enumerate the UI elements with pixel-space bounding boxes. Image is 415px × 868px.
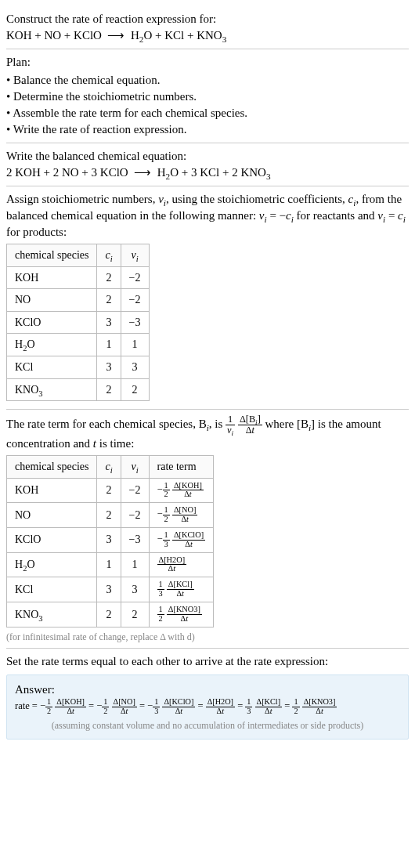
col-c: ci bbox=[97, 455, 121, 478]
cell-c: 2 bbox=[97, 266, 121, 289]
cell-v: 1 bbox=[121, 334, 149, 356]
table-row: KClO3−3−13 Δ[KClO]Δt bbox=[7, 527, 214, 552]
plan-item: Balance the chemical equation. bbox=[6, 72, 409, 89]
prompt-equation: KOH + NO + KClO ⟶ H2O + KCl + KNO3 bbox=[6, 27, 409, 44]
cell-rateterm: −12 Δ[KOH]Δt bbox=[149, 478, 214, 503]
cell-c: 2 bbox=[97, 478, 121, 503]
table-row: KOH2−2−12 Δ[KOH]Δt bbox=[7, 478, 214, 503]
table-header-row: chemical species ci νi bbox=[7, 244, 150, 267]
balanced-title: Write the balanced chemical equation: bbox=[6, 148, 409, 165]
cell-species: KNO3 bbox=[7, 378, 97, 401]
table-row: KClO3−3 bbox=[7, 311, 150, 334]
equalize-title: Set the rate terms equal to each other t… bbox=[6, 653, 409, 670]
cell-species: KClO bbox=[7, 311, 97, 334]
col-rateterm: rate term bbox=[149, 455, 214, 478]
stoich-table: chemical species ci νi KOH2−2 NO2−2 KClO… bbox=[6, 244, 150, 401]
balanced-equation: 2 KOH + 2 NO + 3 KClO ⟶ H2O + 3 KCl + 2 … bbox=[6, 165, 409, 181]
cell-v: −2 bbox=[121, 503, 149, 528]
table-row: H2O11 bbox=[7, 334, 150, 356]
plan-item: Write the rate of reaction expression. bbox=[6, 121, 409, 138]
cell-c: 2 bbox=[97, 289, 121, 312]
cell-c: 3 bbox=[97, 356, 121, 378]
cell-species: KNO3 bbox=[7, 602, 97, 627]
cell-rateterm: 13 Δ[KCl]Δt bbox=[149, 577, 214, 602]
cell-v: −3 bbox=[121, 527, 149, 552]
cell-c: 3 bbox=[97, 577, 121, 602]
cell-v: 3 bbox=[121, 356, 149, 378]
col-v: νi bbox=[121, 244, 149, 267]
answer-expression: rate = −12 Δ[KOH]Δt = −12 Δ[NO]Δt = −13 … bbox=[15, 698, 400, 716]
rateterms-section: The rate term for each chemical species,… bbox=[6, 409, 409, 648]
cell-rateterm: −13 Δ[KClO]Δt bbox=[149, 527, 214, 552]
cell-c: 1 bbox=[97, 334, 121, 356]
cell-species: KClO bbox=[7, 527, 97, 552]
rateterms-table: chemical species ci νi rate term KOH2−2−… bbox=[6, 455, 214, 627]
table-row: KNO32212 Δ[KNO3]Δt bbox=[7, 602, 214, 627]
table-row: H2O11Δ[H2O]Δt bbox=[7, 552, 214, 577]
table-row: NO2−2 bbox=[7, 289, 150, 312]
answer-label: Answer: bbox=[15, 682, 400, 698]
cell-c: 1 bbox=[97, 552, 121, 577]
cell-c: 3 bbox=[97, 311, 121, 334]
table-row: KNO322 bbox=[7, 378, 150, 401]
cell-rateterm: 12 Δ[KNO3]Δt bbox=[149, 602, 214, 627]
col-species: chemical species bbox=[7, 455, 97, 478]
plan-title: Plan: bbox=[6, 54, 409, 71]
cell-v: −2 bbox=[121, 289, 149, 312]
table-row: KOH2−2 bbox=[7, 266, 150, 289]
plan-section: Plan: Balance the chemical equation. Det… bbox=[6, 49, 409, 143]
cell-v: 3 bbox=[121, 577, 149, 602]
cell-species: NO bbox=[7, 503, 97, 528]
cell-c: 2 bbox=[97, 503, 121, 528]
cell-species: KCl bbox=[7, 577, 97, 602]
plan-item: Determine the stoichiometric numbers. bbox=[6, 89, 409, 105]
plan-item: Assemble the rate term for each chemical… bbox=[6, 105, 409, 121]
cell-c: 3 bbox=[97, 527, 121, 552]
cell-v: 1 bbox=[121, 552, 149, 577]
cell-v: −3 bbox=[121, 311, 149, 334]
answer-note: (assuming constant volume and no accumul… bbox=[15, 719, 400, 732]
plan-list: Balance the chemical equation. Determine… bbox=[6, 72, 409, 138]
cell-rateterm: Δ[H2O]Δt bbox=[149, 552, 214, 577]
answer-box: Answer: rate = −12 Δ[KOH]Δt = −12 Δ[NO]Δ… bbox=[6, 675, 409, 739]
cell-species: H2O bbox=[7, 334, 97, 356]
cell-v: 2 bbox=[121, 602, 149, 627]
cell-v: −2 bbox=[121, 266, 149, 289]
cell-species: KOH bbox=[7, 266, 97, 289]
table-row: KCl3313 Δ[KCl]Δt bbox=[7, 577, 214, 602]
table-row: KCl33 bbox=[7, 356, 150, 378]
rateterms-intro: The rate term for each chemical species,… bbox=[6, 414, 409, 452]
table-row: NO2−2−12 Δ[NO]Δt bbox=[7, 503, 214, 528]
cell-species: H2O bbox=[7, 552, 97, 577]
cell-rateterm: −12 Δ[NO]Δt bbox=[149, 503, 214, 528]
stoich-intro: Assign stoichiometric numbers, νi, using… bbox=[6, 191, 409, 241]
cell-c: 2 bbox=[97, 378, 121, 401]
balanced-section: Write the balanced chemical equation: 2 … bbox=[6, 143, 409, 186]
stoich-section: Assign stoichiometric numbers, νi, using… bbox=[6, 186, 409, 409]
prompt-title: Construct the rate of reaction expressio… bbox=[6, 11, 409, 27]
rateterms-footnote: (for infinitesimal rate of change, repla… bbox=[6, 631, 409, 644]
equalize-section: Set the rate terms equal to each other t… bbox=[6, 648, 409, 743]
col-species: chemical species bbox=[7, 244, 97, 267]
col-v: νi bbox=[121, 455, 149, 478]
prompt-section: Construct the rate of reaction expressio… bbox=[6, 6, 409, 49]
cell-c: 2 bbox=[97, 602, 121, 627]
cell-species: NO bbox=[7, 289, 97, 312]
cell-species: KOH bbox=[7, 478, 97, 503]
cell-v: 2 bbox=[121, 378, 149, 401]
cell-species: KCl bbox=[7, 356, 97, 378]
table-header-row: chemical species ci νi rate term bbox=[7, 455, 214, 478]
col-c: ci bbox=[97, 244, 121, 267]
cell-v: −2 bbox=[121, 478, 149, 503]
